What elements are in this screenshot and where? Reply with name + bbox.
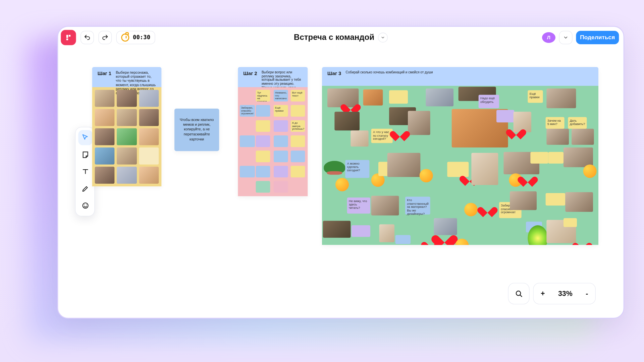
star-sticker-icon[interactable]	[464, 203, 478, 216]
heart-icon[interactable]	[510, 125, 522, 137]
meme-image[interactable]	[408, 111, 430, 135]
sticky-note[interactable]	[389, 90, 408, 104]
meme-image[interactable]	[572, 129, 594, 145]
sticky-note[interactable]	[291, 150, 305, 162]
meme-image[interactable]	[139, 167, 159, 184]
meme-image[interactable]	[334, 112, 360, 130]
pepe-icon[interactable]	[324, 161, 345, 180]
sticky-note[interactable]	[395, 235, 411, 244]
meme-image[interactable]	[351, 130, 368, 146]
meme-image[interactable]	[117, 90, 137, 107]
sticky-note[interactable]: Ещё правки	[274, 105, 288, 117]
sticky-note[interactable]: А что у нас по статусу сегодня?	[371, 129, 393, 143]
sticky-note[interactable]	[274, 135, 288, 147]
redo-button[interactable]	[98, 31, 112, 44]
undo-button[interactable]	[80, 31, 94, 44]
sticky-note[interactable]	[291, 166, 305, 178]
meme-image[interactable]	[546, 129, 569, 145]
user-avatar[interactable]: Л	[542, 32, 555, 43]
step3-frame[interactable]: Шаг 3 Собирай сколько хочешь комбинаций …	[322, 67, 598, 245]
step1-image-grid	[92, 87, 162, 186]
sticky-note[interactable]	[256, 135, 270, 147]
sticky-note[interactable]	[352, 225, 370, 237]
sticky-note[interactable]	[256, 150, 270, 162]
heart-icon[interactable]	[393, 127, 406, 139]
meme-image[interactable]	[379, 224, 394, 242]
sticky-note[interactable]: Дать добавить?	[568, 117, 587, 129]
sticky-note[interactable]	[496, 110, 514, 122]
sticky-note[interactable]	[530, 152, 548, 164]
sticky-note[interactable]: Забираю, спасибо огромное!	[240, 105, 255, 117]
sticky-note[interactable]	[274, 181, 288, 193]
meme-image[interactable]	[387, 153, 421, 177]
meme-image[interactable]	[95, 128, 115, 145]
meme-image[interactable]	[117, 147, 137, 165]
meme-image[interactable]	[510, 191, 537, 210]
meme-image[interactable]	[363, 89, 383, 106]
heart-icon[interactable]	[344, 100, 357, 112]
meme-image[interactable]	[371, 196, 399, 216]
sticky-note[interactable]: Неважно, что написано	[274, 90, 288, 102]
search-button[interactable]	[508, 283, 530, 304]
zoom-in-button[interactable]: +	[541, 290, 545, 298]
meme-image[interactable]	[546, 88, 576, 108]
sticky-note[interactable]	[240, 166, 255, 178]
meme-image[interactable]	[426, 88, 453, 106]
meme-image[interactable]	[323, 221, 351, 238]
board-canvas[interactable]: Шаг 1 Выбери персонажа, который отражает…	[58, 48, 623, 318]
timer-widget[interactable]: 00:30	[116, 31, 155, 44]
sticky-note[interactable]: Вот ещё текст	[291, 90, 305, 102]
meme-image[interactable]	[95, 90, 115, 107]
meme-image[interactable]	[95, 167, 115, 184]
star-sticker-icon[interactable]	[583, 165, 597, 178]
collaborators-dropdown[interactable]	[559, 31, 573, 44]
meme-image[interactable]	[139, 128, 159, 145]
heart-icon[interactable]	[481, 203, 494, 215]
sticky-note[interactable]	[274, 150, 288, 162]
tip-note[interactable]: Чтобы всем хватило мемов и реплик, копир…	[174, 109, 219, 151]
sticky-note[interactable]: Надо ещё обсудить	[479, 95, 499, 108]
app-logo[interactable]	[61, 30, 76, 45]
sticky-note[interactable]: Кто ответственный за материал? Вы же диз…	[405, 197, 430, 215]
meme-image[interactable]	[117, 167, 137, 184]
meme-image[interactable]	[139, 90, 159, 107]
meme-image[interactable]	[117, 128, 137, 145]
heart-icon[interactable]	[576, 239, 588, 245]
zoom-out-button[interactable]: -	[586, 290, 588, 298]
sticky-note[interactable]: А можно сделать сегодня?	[345, 160, 369, 178]
step2-frame[interactable]: Шаг 2 Выбери вопрос или реплику заказчик…	[238, 67, 308, 196]
sticky-note[interactable]	[548, 152, 564, 164]
sticky-note[interactable]	[240, 135, 255, 147]
title-dropdown[interactable]	[378, 33, 388, 42]
sticky-note[interactable]	[256, 166, 270, 178]
sticky-note[interactable]	[546, 193, 566, 205]
sticky-note[interactable]	[564, 218, 577, 227]
sticky-note[interactable]: Ещё правки	[528, 90, 543, 103]
meme-image[interactable]	[139, 147, 159, 165]
sticky-note[interactable]	[274, 166, 288, 178]
sticky-note[interactable]	[256, 105, 270, 117]
heart-icon[interactable]	[436, 230, 453, 245]
meme-image[interactable]	[471, 153, 498, 185]
board-title[interactable]: Встреча с командой	[294, 33, 374, 42]
sticky-note[interactable]: Не вижу, что здесь читать?	[347, 197, 370, 214]
meme-image[interactable]	[565, 192, 593, 212]
sticky-note[interactable]: Тут надпись на стикере	[256, 90, 270, 102]
meme-image[interactable]	[95, 109, 115, 126]
sticky-note[interactable]	[291, 105, 305, 117]
sticky-note[interactable]	[256, 120, 270, 132]
sticky-note[interactable]	[274, 120, 288, 132]
step1-frame[interactable]: Шаг 1 Выбери персонажа, который отражает…	[92, 67, 162, 186]
sticky-note[interactable]: А до завтра успеешь?	[291, 120, 305, 132]
sticky-note[interactable]: Зачем на 5 мин?	[546, 117, 565, 129]
heart-icon[interactable]	[522, 173, 534, 184]
meme-image[interactable]	[117, 109, 137, 126]
meme-image[interactable]	[95, 147, 115, 165]
zoom-value[interactable]: 33%	[558, 290, 573, 298]
star-sticker-icon[interactable]	[335, 178, 349, 191]
meme-image[interactable]	[139, 109, 159, 126]
share-button[interactable]: Поделиться	[576, 31, 619, 44]
sticky-note[interactable]	[291, 135, 305, 147]
star-sticker-icon[interactable]	[420, 169, 433, 182]
sticky-note[interactable]	[256, 181, 270, 193]
